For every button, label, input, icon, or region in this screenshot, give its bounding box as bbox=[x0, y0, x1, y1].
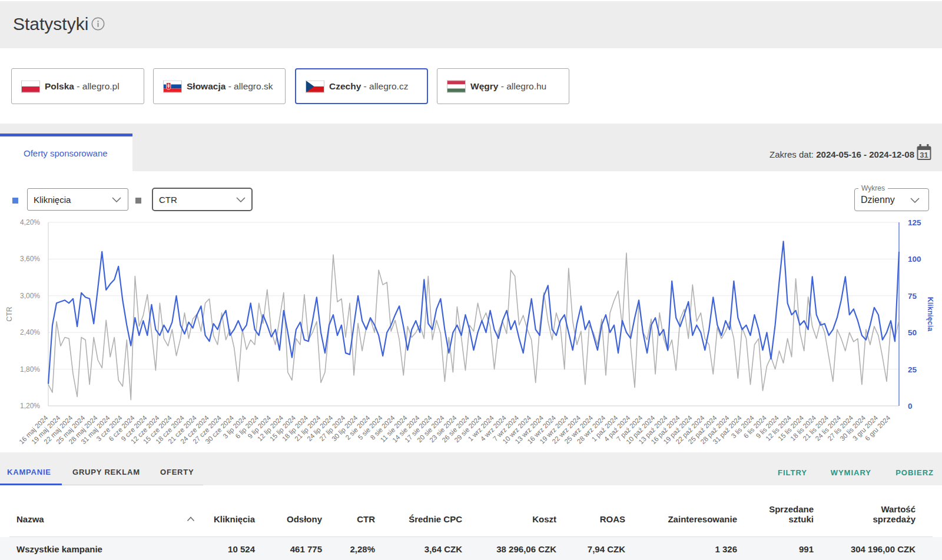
svg-text:1,80%: 1,80% bbox=[20, 365, 40, 374]
svg-text:3,00%: 3,00% bbox=[20, 292, 40, 300]
svg-text:125: 125 bbox=[908, 218, 921, 227]
svg-text:75: 75 bbox=[908, 292, 917, 301]
svg-text:0: 0 bbox=[908, 402, 913, 411]
svg-text:3,60%: 3,60% bbox=[20, 255, 40, 263]
svg-text:4,20%: 4,20% bbox=[20, 218, 40, 226]
svg-text:2,40%: 2,40% bbox=[20, 328, 40, 336]
svg-text:25: 25 bbox=[908, 365, 917, 374]
svg-text:100: 100 bbox=[908, 255, 921, 264]
svg-text:Kliknięcia: Kliknięcia bbox=[926, 297, 934, 332]
svg-text:1,20%: 1,20% bbox=[20, 402, 40, 410]
svg-text:31: 31 bbox=[920, 151, 928, 159]
svg-text:50: 50 bbox=[908, 328, 917, 337]
svg-text:CTR: CTR bbox=[5, 306, 14, 322]
